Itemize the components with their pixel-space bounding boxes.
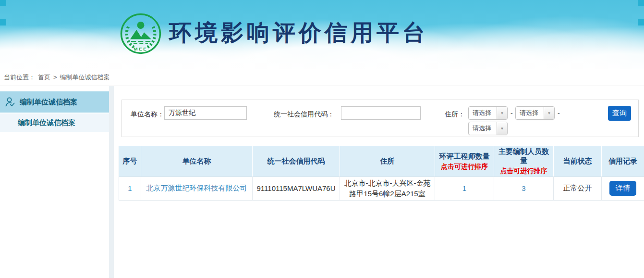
cell-engineer-count: 1 (435, 177, 494, 201)
sidebar-subitem-credit-archive[interactable]: 编制单位诚信档案 (0, 114, 109, 132)
breadcrumb-prefix: 当前位置： (4, 73, 35, 82)
main-content: 单位名称： 统一社会信用代码： 住所： 请选择 ▼ - 请选择 ▼ - 请选择 … (114, 86, 644, 278)
col-header-staff-count-sort[interactable]: 主要编制人员数量 点击可进行排序 (494, 146, 554, 177)
sort-hint: 点击可进行排序 (437, 163, 492, 171)
table-header-row: 序号 单位名称 统一社会信用代码 住所 环评工程师数量 点击可进行排序 主要编制… (119, 146, 644, 177)
col-header-engineer-count-sort[interactable]: 环评工程师数量 点击可进行排序 (435, 146, 494, 177)
logo-sun-icon (137, 22, 145, 29)
corner-chip (638, 0, 644, 6)
chevron-down-icon[interactable]: ▼ (497, 107, 507, 119)
city-select[interactable]: 请选择 ▼ (515, 106, 555, 120)
sidebar-divider (109, 86, 114, 278)
credit-code-input[interactable] (341, 106, 421, 120)
company-name-input[interactable] (164, 106, 247, 120)
sidebar: 编制单位诚信档案 编制单位诚信档案 (0, 86, 109, 278)
province-select-value: 请选择 (469, 107, 497, 119)
staff-count-link[interactable]: 3 (522, 184, 525, 192)
address-label: 住所： (445, 110, 465, 119)
city-select-value: 请选择 (516, 107, 544, 119)
breadcrumb-separator: > (53, 74, 57, 81)
logo-mountains-icon (130, 30, 151, 39)
corner-chip (0, 0, 6, 6)
corner-chip (638, 19, 644, 25)
row-index: 1 (128, 184, 132, 192)
col-header-label: 环评工程师数量 (437, 152, 492, 161)
cell-credit-code: 91110115MA7LWUA76U (253, 177, 340, 201)
search-panel: 单位名称： 统一社会信用代码： 住所： 请选择 ▼ - 请选择 ▼ - 请选择 … (122, 100, 639, 137)
logo-text: MEE (134, 46, 148, 51)
chevron-down-icon[interactable]: ▼ (544, 107, 554, 119)
company-name-label: 单位名称： (131, 110, 164, 119)
user-check-icon (5, 97, 15, 107)
cell-credit-record: 详情 (602, 177, 644, 201)
breadcrumb: 当前位置： 首页 > 编制单位诚信档案 (0, 69, 644, 86)
credit-code-label: 统一社会信用代码： (274, 110, 334, 119)
col-header-status: 当前状态 (554, 146, 602, 177)
page-header: MEE 环境影响评价信用平台 (0, 0, 644, 69)
district-select[interactable]: 请选择 ▼ (468, 122, 508, 135)
results-table-wrap: 序号 单位名称 统一社会信用代码 住所 环评工程师数量 点击可进行排序 主要编制… (119, 146, 644, 201)
cell-company-name: 北京万源世纪环保科技有限公司 (141, 177, 253, 201)
detail-button[interactable]: 详情 (609, 181, 636, 196)
table-row: 1 北京万源世纪环保科技有限公司 91110115MA7LWUA76U 北京市-… (119, 177, 644, 201)
sidebar-item-credit-archive[interactable]: 编制单位诚信档案 (0, 91, 109, 113)
cell-staff-count: 3 (494, 177, 554, 201)
sort-hint: 点击可进行排序 (496, 167, 551, 176)
site-title: 环境影响评价信用平台 (169, 18, 428, 48)
address-dash: - (558, 109, 560, 117)
corner-chip (0, 19, 6, 25)
cell-status: 正常公开 (554, 177, 602, 201)
cell-index: 1 (119, 177, 141, 201)
col-header-index: 序号 (119, 146, 141, 177)
col-header-company-name: 单位名称 (141, 146, 253, 177)
results-table: 序号 单位名称 统一社会信用代码 住所 环评工程师数量 点击可进行排序 主要编制… (119, 146, 644, 201)
chevron-down-icon[interactable]: ▼ (497, 122, 507, 135)
breadcrumb-home-link[interactable]: 首页 (38, 73, 50, 82)
col-header-address: 住所 (340, 146, 435, 177)
col-header-credit-code: 统一社会信用代码 (253, 146, 340, 177)
sidebar-item-label: 编制单位诚信档案 (20, 98, 77, 107)
col-header-label: 主要编制人员数量 (496, 147, 551, 165)
address-dash: - (510, 109, 513, 117)
cell-address: 北京市-北京市-大兴区-金苑路甲15号6幢2层A215室 (340, 177, 435, 201)
breadcrumb-current: 编制单位诚信档案 (60, 73, 110, 82)
query-button[interactable]: 查询 (608, 106, 631, 121)
province-select[interactable]: 请选择 ▼ (468, 106, 508, 120)
engineer-count-link[interactable]: 1 (462, 184, 466, 192)
mee-logo: MEE (120, 13, 162, 55)
col-header-credit-record: 信用记录 (602, 146, 644, 177)
company-name-link[interactable]: 北京万源世纪环保科技有限公司 (146, 184, 247, 192)
district-select-value: 请选择 (469, 122, 497, 135)
